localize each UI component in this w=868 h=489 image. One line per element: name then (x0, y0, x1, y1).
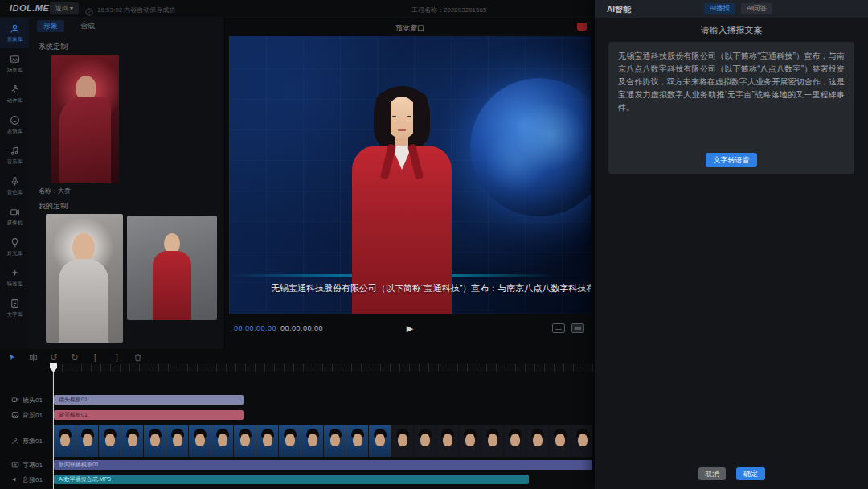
project-name: 工程名称：202203201565 (411, 6, 486, 14)
person-icon (11, 437, 19, 445)
sidebar-item-label: 形象库 (6, 35, 22, 43)
avatar-frame (571, 425, 592, 457)
sidebar-item-label: 文字库 (6, 310, 22, 318)
top-bar: IDOL.ME 返回 ▾ 16:53:02 内容自动保存成功 工程名称：2022… (0, 0, 595, 18)
avatar-frame (99, 425, 121, 457)
sidebar-item-light-library[interactable]: 灯光库 (0, 232, 29, 262)
avatar-frame (526, 425, 548, 457)
sidebar-item-motion-library[interactable]: 动作库 (0, 79, 29, 109)
lapel-left (380, 143, 396, 179)
avatar-track-frames[interactable] (54, 425, 592, 457)
undo-button[interactable]: ↺ (48, 351, 59, 363)
avatar-frame (481, 425, 503, 457)
avatar-frame (504, 425, 526, 457)
sidebar-item-effects-library[interactable]: 特效库 (0, 262, 29, 293)
ai-panel-title: AI智能 (607, 4, 631, 15)
preview-panel: 预览窗口 无锡宝通科技股份有限公司（以下简称“宝通科技”）宣布：与南京八点八数字… (225, 18, 595, 349)
track-label-text: 字幕01 (23, 461, 43, 470)
text-to-speech-button[interactable]: 文字转语音 (706, 153, 757, 167)
track-label-caption[interactable]: 字幕01 (0, 459, 51, 471)
track-label-camera[interactable]: 镜头01 (0, 394, 51, 405)
timecode-total: 00:00:00:00 (280, 324, 323, 332)
script-text: 无锡宝通科技股份有限公司（以下简称“宝通科技”）宣布：与南京八点八数字科技有限公… (618, 50, 845, 114)
avatar-frame (391, 425, 413, 457)
section-my-custom: 我的定制 (39, 201, 68, 212)
clip-background[interactable]: 背景模板01 (54, 410, 244, 420)
tab-ai-qa[interactable]: AI问答 (741, 3, 772, 14)
sidebar-item-expression-library[interactable]: 表情库 (0, 109, 29, 140)
scene-icon (10, 54, 20, 64)
digital-human-figure (338, 86, 466, 314)
autosave-check-icon (85, 5, 93, 13)
track-label-background[interactable]: 背景01 (0, 409, 51, 421)
mic-icon (10, 176, 20, 187)
sidebar-item-scene-library[interactable]: 场景库 (0, 48, 29, 79)
avatar-frame (189, 425, 211, 457)
track-label-text: 音频01 (23, 475, 43, 484)
caption-icon (11, 461, 19, 469)
sidebar-item-music-library[interactable]: 音乐库 (0, 140, 29, 171)
lapel-right (407, 143, 424, 179)
timecode-current: 00:00:00:00 (234, 324, 276, 332)
sidebar-item-camera[interactable]: 摄像机 (0, 201, 29, 232)
tab-ai-broadcast[interactable]: AI播报 (704, 3, 735, 14)
avatar-frame (414, 425, 436, 457)
clip-caption[interactable]: 新闻联播模板01 (54, 460, 592, 470)
avatar-frame (369, 425, 391, 457)
library-panel: 形象 合成 系统定制 名称：大乔 我的定制 (29, 18, 225, 349)
bracket-in-button[interactable]: [ (90, 351, 101, 363)
caret-down-icon: ▾ (70, 5, 73, 12)
track-label-text: 形象01 (23, 437, 43, 446)
sidebar-item-label: 特效库 (6, 280, 22, 287)
hair-bang-right (413, 92, 428, 139)
script-input[interactable]: 无锡宝通科技股份有限公司（以下简称“宝通科技”）宣布：与南京八点八数字科技有限公… (608, 42, 854, 174)
fullscreen-button[interactable] (571, 323, 584, 333)
avatar-thumbnail-custom-1[interactable] (46, 214, 123, 343)
sidebar-item-label: 场景库 (6, 66, 22, 73)
avatar-thumbnail-daqiao[interactable] (51, 55, 119, 183)
timeline-panel: ↺ ↻ [ ] 镜头01 背景01 形象01 字幕01 音频01 (0, 349, 595, 489)
ai-panel-header: AI智能 AI播报 AI问答 (595, 0, 868, 18)
playhead-line (53, 364, 54, 489)
tab-avatar[interactable]: 形象 (37, 20, 64, 32)
clip-camera[interactable]: 镜头模板01 (54, 395, 244, 405)
select-tool-button[interactable] (6, 351, 18, 363)
avatar-frame (279, 425, 301, 457)
avatar-frame (549, 425, 571, 457)
left-sidebar: 形象库 场景库 动作库 表情库 音乐库 音色库 摄像机 灯光库 (0, 18, 29, 349)
ratio-button[interactable] (552, 323, 565, 333)
record-indicator-icon[interactable] (577, 23, 587, 31)
redo-button[interactable]: ↻ (69, 351, 80, 363)
avatar-frame (234, 425, 256, 457)
hair-bang-left (376, 92, 391, 139)
bracket-out-button[interactable]: ] (111, 351, 122, 363)
split-tool-button[interactable] (27, 351, 39, 363)
back-menu-button[interactable]: 返回 ▾ (50, 2, 79, 14)
avatar-thumbnail-custom-2[interactable] (127, 216, 217, 320)
timeline-ruler[interactable] (52, 364, 595, 372)
track-label-avatar[interactable]: 形象01 (0, 435, 51, 446)
sidebar-item-label: 音乐库 (6, 158, 22, 165)
sidebar-item-label: 动作库 (6, 97, 22, 104)
cancel-button[interactable]: 取消 (698, 467, 726, 480)
tab-composite[interactable]: 合成 (74, 20, 101, 32)
sidebar-item-text-library[interactable]: 文字库 (0, 293, 29, 323)
avatar-frame (459, 425, 481, 457)
menu-label: 返回 (55, 4, 68, 13)
sidebar-item-label: 摄像机 (6, 219, 22, 226)
sidebar-item-label: 表情库 (6, 127, 22, 134)
preview-title: 预览窗口 (225, 23, 595, 34)
text-icon (10, 298, 20, 309)
track-label-audio[interactable]: 音频01 (0, 474, 51, 485)
preview-controls: 00:00:00:00 00:00:00:00 ▶ (229, 320, 591, 336)
sidebar-item-avatar-library[interactable]: 形象库 (0, 18, 29, 48)
confirm-button[interactable]: 确定 (736, 467, 765, 480)
video-subtitle: 无锡宝通科技股份有限公司（以下简称“宝通科技”）宣布：与南京八点八数字科技有限公… (229, 282, 591, 294)
play-button[interactable]: ▶ (403, 322, 416, 335)
sidebar-item-voice-library[interactable]: 音色库 (0, 171, 29, 201)
avatar-frame (166, 425, 188, 457)
clip-audio[interactable]: AI数字播报合成.MP3 (54, 475, 529, 484)
delete-clip-button[interactable] (132, 351, 143, 363)
track-label-text: 镜头01 (23, 396, 43, 405)
speaker-icon (11, 475, 19, 483)
